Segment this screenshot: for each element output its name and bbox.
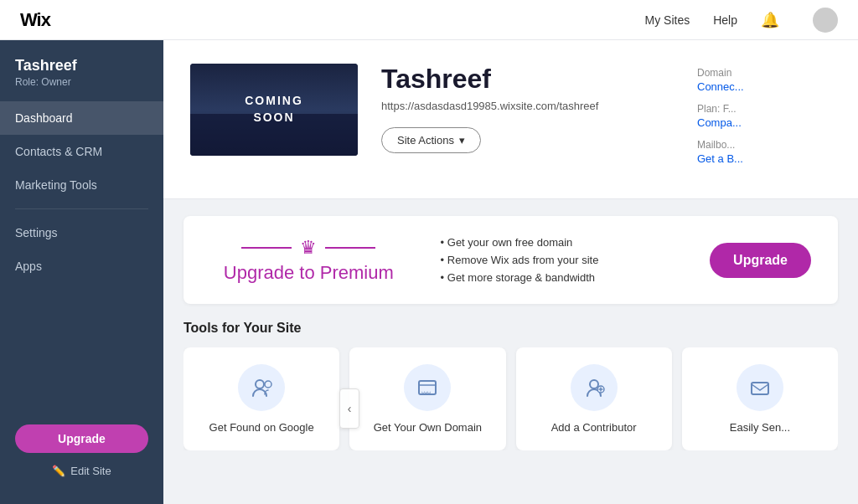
- crown-line-right: [325, 247, 375, 249]
- google-tool-label: Get Found on Google: [209, 421, 314, 434]
- notifications-bell-icon[interactable]: 🔔: [761, 11, 779, 29]
- site-header: COMING SOON Tashreef https://asdasdasd19…: [163, 40, 858, 199]
- site-title: Tashreef: [381, 64, 674, 95]
- top-navigation: Wix My Sites Help 🔔: [0, 0, 858, 40]
- email-tool-label: Easily Sen...: [730, 421, 790, 434]
- tool-card-contributor[interactable]: Add a Contributor: [516, 347, 672, 450]
- sidebar-item-dashboard[interactable]: Dashboard: [0, 101, 163, 135]
- upgrade-title: Upgrade to Premium: [210, 262, 407, 284]
- upgrade-crown-decoration: ♛: [210, 237, 407, 259]
- upgrade-feature-2: Remove Wix ads from your site: [441, 254, 677, 266]
- site-actions-button[interactable]: Site Actions ▾: [381, 127, 481, 153]
- upgrade-cta-button[interactable]: Upgrade: [710, 243, 811, 278]
- sidebar-divider: [15, 208, 148, 209]
- upgrade-feature-3: Get more storage & bandwidth: [441, 271, 677, 284]
- sidebar-item-settings[interactable]: Settings: [0, 216, 163, 249]
- domain-label: Domain: [697, 67, 831, 79]
- sidebar-upgrade-button[interactable]: Upgrade: [15, 424, 148, 453]
- main-layout: Tashreef Role: Owner Dashboard Contacts …: [0, 40, 858, 504]
- top-nav-links: My Sites Help 🔔: [645, 8, 838, 33]
- scroll-left-chevron[interactable]: ‹: [339, 388, 359, 429]
- avatar[interactable]: [813, 8, 838, 33]
- sidebar-username: Tashreef: [15, 57, 148, 75]
- upgrade-features-list: Get your own free domain Remove Wix ads …: [441, 236, 677, 284]
- contributor-tool-label: Add a Contributor: [551, 421, 637, 434]
- wix-logo: Wix: [20, 9, 50, 31]
- svg-rect-6: [752, 383, 768, 394]
- google-tool-icon: [238, 364, 285, 411]
- mailbox-value[interactable]: Get a B...: [697, 152, 814, 165]
- svg-point-0: [256, 380, 264, 388]
- sidebar-bottom: Upgrade ✏️ Edit Site: [0, 414, 163, 491]
- content-area: COMING SOON Tashreef https://asdasdasd19…: [163, 40, 858, 504]
- upgrade-banner: ♛ Upgrade to Premium Get your own free d…: [183, 216, 838, 304]
- site-actions-label: Site Actions: [397, 134, 454, 147]
- site-thumbnail: COMING SOON: [190, 64, 358, 156]
- plan-value[interactable]: Compa...: [697, 116, 814, 129]
- sidebar-item-contacts-crm[interactable]: Contacts & CRM: [0, 135, 163, 168]
- coming-soon-text: COMING SOON: [245, 93, 303, 126]
- edit-site-label: Edit Site: [70, 465, 111, 477]
- svg-point-4: [590, 380, 598, 388]
- chevron-down-icon: ▾: [459, 134, 465, 147]
- edit-site-button[interactable]: ✏️ Edit Site: [15, 461, 148, 481]
- site-url: https://asdasdasd19985.wixsite.com/tashr…: [381, 100, 674, 112]
- tool-card-google[interactable]: Get Found on Google: [183, 347, 339, 450]
- crown-icon: ♛: [300, 237, 317, 259]
- sidebar-role: Role: Owner: [15, 76, 148, 88]
- domain-tool-icon: www: [404, 364, 451, 411]
- edit-pencil-icon: ✏️: [52, 465, 65, 477]
- tools-grid: Get Found on Google www Get Your Own Dom…: [183, 347, 838, 450]
- tool-card-email[interactable]: Easily Sen...: [682, 347, 838, 450]
- contributor-tool-icon: [571, 364, 618, 411]
- site-meta: Domain Connec... Plan: F... Compa... Mai…: [697, 64, 831, 175]
- plan-label: Plan: F...: [697, 103, 831, 115]
- sidebar-user-info: Tashreef Role: Owner: [0, 40, 163, 101]
- sidebar-nav: Dashboard Contacts & CRM Marketing Tools…: [0, 101, 163, 414]
- site-info: Tashreef https://asdasdasd19985.wixsite.…: [381, 64, 674, 153]
- crown-line-left: [241, 247, 292, 249]
- svg-text:www: www: [421, 389, 431, 395]
- upgrade-feature-1: Get your own free domain: [441, 236, 677, 249]
- tools-section-title: Tools for Your Site: [183, 321, 838, 336]
- mailbox-label: Mailbo...: [697, 139, 831, 151]
- domain-value[interactable]: Connec...: [697, 80, 814, 93]
- sidebar-item-apps[interactable]: Apps: [0, 249, 163, 283]
- sidebar: Tashreef Role: Owner Dashboard Contacts …: [0, 40, 163, 504]
- sidebar-item-marketing-tools[interactable]: Marketing Tools: [0, 168, 163, 202]
- help-link[interactable]: Help: [713, 13, 737, 27]
- tools-section: Tools for Your Site Get Found on Google: [163, 321, 858, 467]
- svg-point-1: [265, 381, 271, 388]
- upgrade-left-section: ♛ Upgrade to Premium: [210, 237, 407, 284]
- my-sites-link[interactable]: My Sites: [645, 13, 690, 27]
- domain-tool-label: Get Your Own Domain: [374, 421, 482, 434]
- email-tool-icon: [737, 364, 783, 411]
- tool-card-domain[interactable]: www Get Your Own Domain: [349, 347, 505, 450]
